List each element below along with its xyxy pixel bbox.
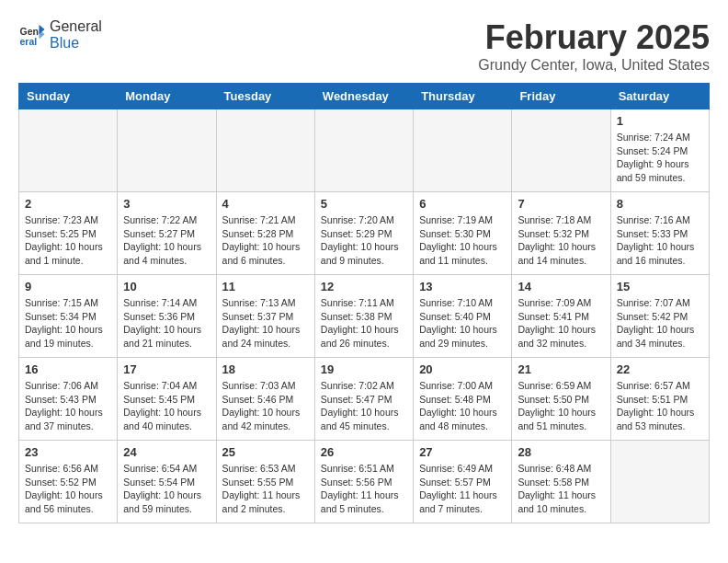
day-number: 1 <box>617 114 703 128</box>
calendar-cell: 24Sunrise: 6:54 AM Sunset: 5:54 PM Dayli… <box>118 441 216 523</box>
day-number: 4 <box>222 197 309 211</box>
calendar-cell <box>414 109 512 192</box>
calendar-cell: 14Sunrise: 7:09 AM Sunset: 5:41 PM Dayli… <box>512 275 610 358</box>
day-info: Sunrise: 6:53 AM Sunset: 5:55 PM Dayligh… <box>222 462 309 516</box>
day-info: Sunrise: 6:54 AM Sunset: 5:54 PM Dayligh… <box>123 462 210 516</box>
calendar-cell: 22Sunrise: 6:57 AM Sunset: 5:51 PM Dayli… <box>610 358 709 441</box>
logo: Gen eral General Blue <box>18 18 102 52</box>
calendar-cell: 3Sunrise: 7:22 AM Sunset: 5:27 PM Daylig… <box>118 192 216 275</box>
calendar-cell: 19Sunrise: 7:02 AM Sunset: 5:47 PM Dayli… <box>314 358 413 441</box>
calendar-cell <box>314 109 413 192</box>
day-number: 24 <box>123 445 210 459</box>
weekday-header-monday: Monday <box>118 84 216 109</box>
svg-text:eral: eral <box>20 36 38 47</box>
day-info: Sunrise: 7:03 AM Sunset: 5:46 PM Dayligh… <box>222 379 309 433</box>
calendar-cell: 5Sunrise: 7:20 AM Sunset: 5:29 PM Daylig… <box>314 192 413 275</box>
day-info: Sunrise: 7:21 AM Sunset: 5:28 PM Dayligh… <box>222 213 309 268</box>
day-info: Sunrise: 7:04 AM Sunset: 5:45 PM Dayligh… <box>123 379 210 433</box>
calendar-cell: 9Sunrise: 7:15 AM Sunset: 5:34 PM Daylig… <box>19 275 118 358</box>
week-row-3: 9Sunrise: 7:15 AM Sunset: 5:34 PM Daylig… <box>19 275 710 358</box>
day-info: Sunrise: 7:10 AM Sunset: 5:40 PM Dayligh… <box>419 296 506 350</box>
calendar-cell <box>118 109 216 192</box>
day-number: 27 <box>419 445 506 459</box>
day-info: Sunrise: 7:15 AM Sunset: 5:34 PM Dayligh… <box>25 296 111 350</box>
day-info: Sunrise: 7:24 AM Sunset: 5:24 PM Dayligh… <box>617 131 703 185</box>
weekday-header-wednesday: Wednesday <box>314 84 413 109</box>
day-info: Sunrise: 6:59 AM Sunset: 5:50 PM Dayligh… <box>518 379 604 433</box>
day-number: 10 <box>123 280 210 293</box>
calendar-cell: 25Sunrise: 6:53 AM Sunset: 5:55 PM Dayli… <box>216 441 314 523</box>
day-number: 18 <box>222 362 309 376</box>
logo-text: General Blue <box>50 18 102 52</box>
calendar-title: February 2025 <box>478 18 710 57</box>
day-number: 12 <box>321 280 407 293</box>
calendar-cell <box>19 109 118 192</box>
page-header: Gen eral General Blue February 2025 Grun… <box>18 18 710 74</box>
day-number: 2 <box>25 197 111 211</box>
day-info: Sunrise: 7:20 AM Sunset: 5:29 PM Dayligh… <box>321 213 407 268</box>
day-info: Sunrise: 7:09 AM Sunset: 5:41 PM Dayligh… <box>518 296 604 350</box>
logo-icon: Gen eral <box>18 21 46 49</box>
weekday-header-row: SundayMondayTuesdayWednesdayThursdayFrid… <box>19 84 710 109</box>
day-number: 11 <box>222 280 309 293</box>
day-info: Sunrise: 7:13 AM Sunset: 5:37 PM Dayligh… <box>222 296 309 350</box>
day-info: Sunrise: 7:00 AM Sunset: 5:48 PM Dayligh… <box>419 379 506 433</box>
calendar-cell: 13Sunrise: 7:10 AM Sunset: 5:40 PM Dayli… <box>414 275 512 358</box>
day-info: Sunrise: 7:18 AM Sunset: 5:32 PM Dayligh… <box>518 213 604 268</box>
calendar-cell: 2Sunrise: 7:23 AM Sunset: 5:25 PM Daylig… <box>19 192 118 275</box>
calendar-cell <box>610 441 709 523</box>
calendar-cell: 15Sunrise: 7:07 AM Sunset: 5:42 PM Dayli… <box>610 275 709 358</box>
calendar-cell: 17Sunrise: 7:04 AM Sunset: 5:45 PM Dayli… <box>118 358 216 441</box>
day-info: Sunrise: 7:14 AM Sunset: 5:36 PM Dayligh… <box>123 296 210 350</box>
calendar-cell: 7Sunrise: 7:18 AM Sunset: 5:32 PM Daylig… <box>512 192 610 275</box>
calendar-cell: 18Sunrise: 7:03 AM Sunset: 5:46 PM Dayli… <box>216 358 314 441</box>
calendar-table: SundayMondayTuesdayWednesdayThursdayFrid… <box>18 83 710 523</box>
calendar-cell: 21Sunrise: 6:59 AM Sunset: 5:50 PM Dayli… <box>512 358 610 441</box>
day-info: Sunrise: 6:49 AM Sunset: 5:57 PM Dayligh… <box>419 462 506 516</box>
day-number: 17 <box>123 362 210 376</box>
day-info: Sunrise: 7:23 AM Sunset: 5:25 PM Dayligh… <box>25 213 111 268</box>
day-number: 25 <box>222 445 309 459</box>
day-number: 20 <box>419 362 506 376</box>
calendar-cell: 27Sunrise: 6:49 AM Sunset: 5:57 PM Dayli… <box>414 441 512 523</box>
day-info: Sunrise: 7:11 AM Sunset: 5:38 PM Dayligh… <box>321 296 407 350</box>
calendar-cell: 11Sunrise: 7:13 AM Sunset: 5:37 PM Dayli… <box>216 275 314 358</box>
day-number: 13 <box>419 280 506 293</box>
calendar-cell: 20Sunrise: 7:00 AM Sunset: 5:48 PM Dayli… <box>414 358 512 441</box>
day-number: 28 <box>518 445 604 459</box>
day-number: 6 <box>419 197 506 211</box>
day-info: Sunrise: 7:22 AM Sunset: 5:27 PM Dayligh… <box>123 213 210 268</box>
week-row-5: 23Sunrise: 6:56 AM Sunset: 5:52 PM Dayli… <box>19 441 710 523</box>
weekday-header-thursday: Thursday <box>414 84 512 109</box>
calendar-cell: 8Sunrise: 7:16 AM Sunset: 5:33 PM Daylig… <box>610 192 709 275</box>
logo-general: General <box>50 18 102 35</box>
day-number: 5 <box>321 197 407 211</box>
day-info: Sunrise: 6:51 AM Sunset: 5:56 PM Dayligh… <box>321 462 407 516</box>
weekday-header-sunday: Sunday <box>19 84 118 109</box>
calendar-cell: 6Sunrise: 7:19 AM Sunset: 5:30 PM Daylig… <box>414 192 512 275</box>
calendar-cell: 28Sunrise: 6:48 AM Sunset: 5:58 PM Dayli… <box>512 441 610 523</box>
calendar-cell: 16Sunrise: 7:06 AM Sunset: 5:43 PM Dayli… <box>19 358 118 441</box>
week-row-1: 1Sunrise: 7:24 AM Sunset: 5:24 PM Daylig… <box>19 109 710 192</box>
day-info: Sunrise: 6:56 AM Sunset: 5:52 PM Dayligh… <box>25 462 111 516</box>
week-row-4: 16Sunrise: 7:06 AM Sunset: 5:43 PM Dayli… <box>19 358 710 441</box>
calendar-cell: 1Sunrise: 7:24 AM Sunset: 5:24 PM Daylig… <box>610 109 709 192</box>
calendar-cell: 26Sunrise: 6:51 AM Sunset: 5:56 PM Dayli… <box>314 441 413 523</box>
title-section: February 2025 Grundy Center, Iowa, Unite… <box>478 18 710 74</box>
calendar-cell: 4Sunrise: 7:21 AM Sunset: 5:28 PM Daylig… <box>216 192 314 275</box>
calendar-subtitle: Grundy Center, Iowa, United States <box>478 57 710 74</box>
day-info: Sunrise: 6:57 AM Sunset: 5:51 PM Dayligh… <box>617 379 703 433</box>
day-number: 7 <box>518 197 604 211</box>
day-info: Sunrise: 7:07 AM Sunset: 5:42 PM Dayligh… <box>617 296 703 350</box>
day-number: 22 <box>617 362 703 376</box>
week-row-2: 2Sunrise: 7:23 AM Sunset: 5:25 PM Daylig… <box>19 192 710 275</box>
day-number: 19 <box>321 362 407 376</box>
weekday-header-tuesday: Tuesday <box>216 84 314 109</box>
day-info: Sunrise: 7:06 AM Sunset: 5:43 PM Dayligh… <box>25 379 111 433</box>
day-number: 26 <box>321 445 407 459</box>
day-number: 15 <box>617 280 703 293</box>
calendar-cell <box>512 109 610 192</box>
weekday-header-friday: Friday <box>512 84 610 109</box>
day-number: 16 <box>25 362 111 376</box>
calendar-cell: 23Sunrise: 6:56 AM Sunset: 5:52 PM Dayli… <box>19 441 118 523</box>
